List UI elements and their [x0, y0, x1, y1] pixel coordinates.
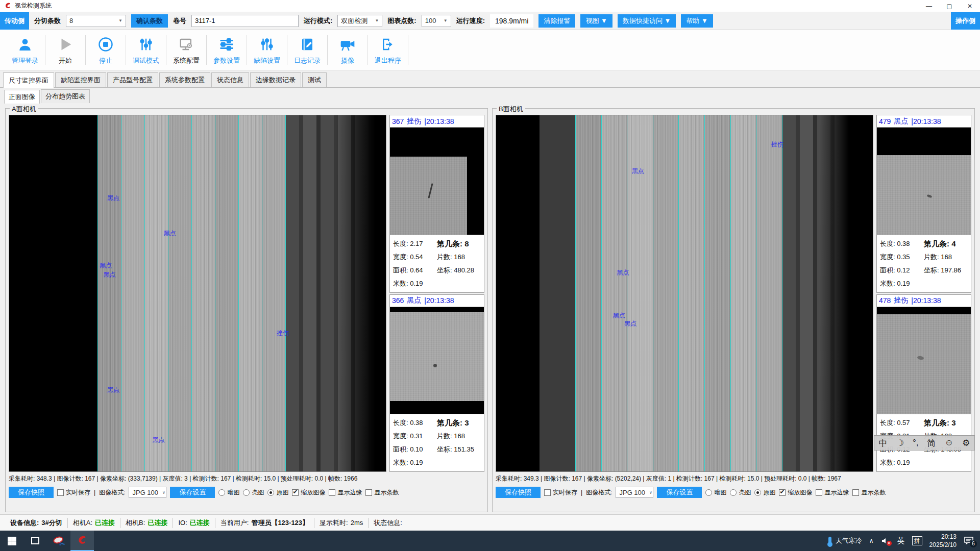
tab-status-info[interactable]: 状态信息	[211, 72, 249, 87]
save-settings-button[interactable]: 保存设置	[170, 487, 215, 498]
image-format-select[interactable]: JPG 100∨	[616, 487, 653, 498]
camera-a-image[interactable]: 黑点 黑点 黑点 黑点 挫伤 黑点 黑点	[9, 115, 386, 472]
roll-number-input[interactable]	[191, 15, 299, 27]
realtime-save-checkbox[interactable]: 实时保存	[544, 488, 577, 497]
tab-size-monitor[interactable]: 尺寸监控界面	[3, 72, 54, 88]
chevron-down-icon: ▼	[371, 18, 379, 23]
bright-image-radio[interactable]: 亮图	[243, 488, 264, 497]
dark-image-radio[interactable]: 暗图	[705, 488, 726, 497]
minimize-button[interactable]: —	[919, 0, 939, 12]
checkbox-icon	[57, 489, 64, 496]
operator-side-tag[interactable]: 操作侧	[951, 12, 980, 30]
zoom-image-checkbox[interactable]: 缩放图像	[779, 488, 812, 497]
tab-front-image[interactable]: 正面图像	[4, 90, 40, 104]
checkbox-icon	[816, 489, 822, 496]
coord-label: 坐标:	[437, 445, 452, 453]
volume-muted-icon[interactable]: ✕	[881, 537, 890, 545]
chart-points-select[interactable]: 100 ▼	[422, 15, 451, 27]
task-view-button[interactable]	[23, 531, 47, 551]
tab-defect-monitor[interactable]: 缺陷监控界面	[55, 72, 106, 87]
run-mode-select[interactable]: 双面检测 ▼	[337, 15, 382, 27]
clear-alarm-button[interactable]: 清除报警	[538, 14, 575, 28]
defect-card[interactable]: 479 黑点 |20:13:38 长度: 0.38 宽度: 0.35 面积: 0…	[876, 115, 971, 293]
system-config-button[interactable]: 系统配置	[166, 32, 206, 68]
confirm-count-button[interactable]: 确认条数	[131, 14, 168, 28]
snipping-tool-button[interactable]: ✂	[47, 531, 70, 551]
admin-login-button[interactable]: 管理登录	[5, 32, 45, 68]
bright-image-radio[interactable]: 亮图	[730, 488, 751, 497]
ime-punctuation-mode[interactable]: °,	[913, 438, 919, 448]
save-snapshot-button[interactable]: 保存快照	[9, 487, 54, 498]
log-record-button[interactable]: 日志记录	[287, 32, 327, 68]
ime-lang-mode[interactable]: 中	[879, 437, 888, 449]
weather-text: 天气寒冷	[836, 536, 862, 545]
help-menu-button[interactable]: 帮助 ▼	[681, 14, 713, 28]
exit-program-button[interactable]: 退出程序	[368, 32, 408, 68]
defect-card[interactable]: 366 黑点 |20:13:38 长度: 0.38 宽度: 0.31 面积: 0…	[389, 294, 484, 472]
ime-emoji-icon[interactable]: ☺	[945, 438, 953, 448]
close-button[interactable]: ✕	[960, 0, 980, 12]
defect-settings-button[interactable]: 缺陷设置	[247, 32, 287, 68]
stop-button[interactable]: 停止	[86, 32, 126, 68]
ime-indicator[interactable]: 拼	[912, 536, 922, 545]
defect-card[interactable]: 367 挫伤 |20:13:38 长度: 2.17 宽度: 0.54 面积: 0…	[389, 115, 484, 293]
tray-chevron-icon[interactable]: ∧	[869, 537, 874, 544]
realtime-save-checkbox[interactable]: 实时保存	[57, 488, 90, 497]
defect-annotation: 黑点	[164, 229, 176, 238]
capture-button[interactable]: 摄像	[328, 32, 368, 68]
strip-column	[145, 115, 168, 471]
checkbox-icon	[852, 489, 859, 496]
defect-annotation: 挫伤	[771, 140, 783, 149]
drive-side-tag[interactable]: 传动侧	[0, 12, 29, 30]
weather-widget[interactable]: 天气寒冷	[828, 536, 862, 545]
width-value: 0.54	[410, 253, 423, 261]
tab-edge-data-record[interactable]: 边缘数据记录	[250, 72, 301, 87]
save-settings-button[interactable]: 保存设置	[657, 487, 702, 498]
quick-access-menu-button[interactable]: 数据快捷访问 ▼	[618, 14, 676, 28]
strip-value: 3	[464, 418, 469, 427]
defect-annotation: 黑点	[107, 386, 119, 394]
show-count-checkbox[interactable]: 显示条数	[365, 488, 399, 497]
strip-column	[262, 115, 286, 471]
strip-column	[192, 115, 215, 471]
thermometer-icon	[828, 537, 831, 545]
defect-stats: 长度: 2.17 宽度: 0.54 面积: 0.64 米数: 0.19 第几条:…	[390, 235, 484, 292]
status-message: 状态信息:	[369, 518, 407, 528]
area-label: 面积:	[880, 266, 895, 274]
notification-center-button[interactable]: 6	[964, 536, 974, 545]
dark-image-radio[interactable]: 暗图	[218, 488, 239, 497]
camera-a-status: 相机A: 已连接	[68, 518, 120, 528]
tab-system-parameter-config[interactable]: 系统参数配置	[159, 72, 210, 87]
parameter-settings-button[interactable]: 参数设置	[207, 32, 247, 68]
show-count-checkbox[interactable]: 显示条数	[852, 488, 886, 497]
defect-card-header: 366 黑点 |20:13:38	[390, 295, 484, 307]
taskbar-clock[interactable]: 20:13 2025/2/10	[929, 533, 957, 549]
ime-toolbar[interactable]: 中 ☽ °, 简 ☺ ⚙	[874, 435, 975, 450]
ime-moon-icon[interactable]: ☽	[896, 438, 904, 448]
start-button[interactable]: 开始	[45, 32, 85, 68]
camera-b-image[interactable]: 挫伤 黑点 黑点 黑点 黑点	[496, 115, 873, 472]
original-image-radio[interactable]: 原图	[267, 488, 288, 497]
clock-date: 2025/2/10	[929, 541, 957, 549]
tab-distribution-trend-chart[interactable]: 分布趋势图表	[41, 89, 90, 103]
sub-tab-strip: 正面图像 分布趋势图表	[0, 88, 980, 103]
slit-count-select[interactable]: 8 ▼	[66, 15, 126, 27]
image-format-select[interactable]: JPG 100∨	[129, 487, 166, 498]
view-menu-button[interactable]: 视图 ▼	[580, 14, 612, 28]
zoom-image-checkbox[interactable]: 缩放图像	[292, 488, 325, 497]
tab-test[interactable]: 测试	[302, 72, 327, 87]
ime-settings-gear-icon[interactable]: ⚙	[962, 438, 970, 448]
pieces-label: 片数:	[437, 253, 452, 261]
show-edge-checkbox[interactable]: 显示边缘	[816, 488, 849, 497]
tab-product-model-config[interactable]: 产品型号配置	[107, 72, 158, 87]
save-snapshot-button[interactable]: 保存快照	[496, 487, 541, 498]
inspection-app-taskbar-button[interactable]	[70, 531, 94, 551]
device-info: 设备信息: 3#分切	[5, 518, 68, 528]
ime-simplified-mode[interactable]: 简	[927, 437, 936, 449]
debug-mode-button[interactable]: 调试模式	[126, 32, 166, 68]
show-edge-checkbox[interactable]: 显示边缘	[329, 488, 362, 497]
start-button[interactable]	[0, 531, 23, 551]
language-indicator[interactable]: 英	[897, 536, 905, 546]
maximize-button[interactable]: ▢	[939, 0, 960, 12]
original-image-radio[interactable]: 原图	[754, 488, 775, 497]
